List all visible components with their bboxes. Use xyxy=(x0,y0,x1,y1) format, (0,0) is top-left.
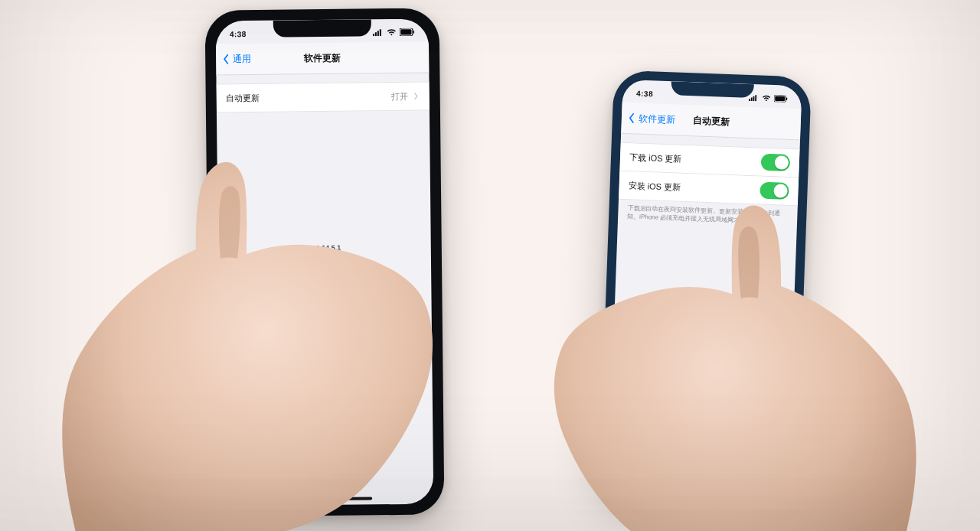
settings-list: 自动更新 打开 xyxy=(217,82,430,113)
toggle-on-icon[interactable] xyxy=(761,154,791,171)
back-label: 通用 xyxy=(233,52,251,65)
chevron-right-icon xyxy=(413,93,420,100)
battery-icon xyxy=(774,95,788,103)
signal-icon xyxy=(373,28,384,36)
update-status: iOS 14.5.1 iOS 已是最新版本 xyxy=(218,242,431,265)
battery-icon xyxy=(400,28,415,36)
page-title: 软件更新 xyxy=(304,51,341,65)
back-button[interactable]: 通用 xyxy=(220,44,251,74)
status-icons xyxy=(749,93,788,102)
phone-left-screen: 4:38 通用 软件更新 自动更新 打开 xyxy=(216,19,434,507)
svg-rect-8 xyxy=(751,97,753,101)
svg-rect-10 xyxy=(755,95,756,101)
toggle-on-icon[interactable] xyxy=(760,182,789,200)
svg-rect-13 xyxy=(786,97,788,100)
home-indicator-icon xyxy=(282,497,372,500)
status-icons xyxy=(373,28,415,37)
svg-rect-9 xyxy=(753,96,754,100)
nav-bar: 通用 软件更新 xyxy=(216,42,429,76)
notch-icon xyxy=(273,19,371,37)
svg-rect-1 xyxy=(375,32,377,36)
svg-rect-0 xyxy=(373,34,374,36)
row-label: 下载 iOS 更新 xyxy=(629,151,682,165)
row-label: 安装 iOS 更新 xyxy=(628,180,681,193)
phone-right-screen: 4:38 软件更新 自动更新 下载 iOS 更新 xyxy=(608,80,802,490)
settings-list: 下载 iOS 更新 安装 iOS 更新 下载后自动在夜间安装软件更新。更新安装前… xyxy=(618,142,800,227)
row-value-text: 打开 xyxy=(391,90,408,102)
wifi-icon xyxy=(387,28,397,36)
update-status-text: iOS 已是最新版本 xyxy=(218,253,431,266)
home-indicator-icon xyxy=(662,477,735,484)
svg-rect-5 xyxy=(400,29,411,34)
back-label: 软件更新 xyxy=(639,112,676,126)
row-value: 打开 xyxy=(391,90,420,102)
svg-rect-3 xyxy=(380,29,381,36)
svg-rect-12 xyxy=(775,96,785,101)
status-time: 4:38 xyxy=(230,30,247,38)
auto-update-row[interactable]: 自动更新 打开 xyxy=(217,82,430,113)
svg-rect-2 xyxy=(377,31,379,36)
phone-right: 4:38 软件更新 自动更新 下载 iOS 更新 xyxy=(599,70,812,499)
signal-icon xyxy=(749,93,759,100)
ios-version: iOS 14.5.1 xyxy=(218,242,431,254)
vignette-icon xyxy=(0,0,980,531)
stage: 4:38 通用 软件更新 自动更新 打开 xyxy=(0,0,980,531)
page-title: 自动更新 xyxy=(693,114,730,129)
svg-rect-7 xyxy=(749,99,750,101)
chevron-left-icon xyxy=(626,112,638,124)
svg-rect-6 xyxy=(413,31,414,34)
phone-left: 4:38 通用 软件更新 自动更新 打开 xyxy=(205,8,445,516)
row-label: 自动更新 xyxy=(226,92,260,103)
chevron-left-icon xyxy=(220,54,231,64)
status-time: 4:38 xyxy=(636,89,653,98)
back-button[interactable]: 软件更新 xyxy=(626,103,675,135)
wifi-icon xyxy=(762,94,771,101)
